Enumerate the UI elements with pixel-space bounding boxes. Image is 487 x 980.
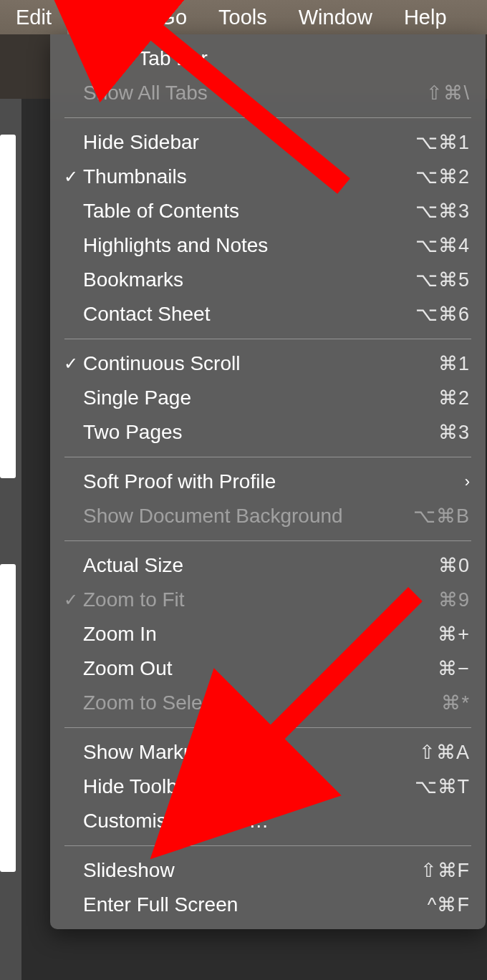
menu-item-two-pages[interactable]: Two Pages⌘3 bbox=[50, 415, 486, 450]
menu-item-shortcut: ^⌘F bbox=[428, 893, 470, 916]
menu-item-shortcut: ⌥⌘3 bbox=[415, 200, 470, 223]
menu-item-thumbnails[interactable]: ✓Thumbnails⌥⌘2 bbox=[50, 160, 486, 194]
menu-go[interactable]: Go bbox=[143, 0, 203, 34]
menu-item-label: Zoom to Fit bbox=[83, 588, 438, 611]
menu-item-shortcut: ⌥⌘4 bbox=[415, 234, 470, 257]
menubar: Edit View Go Tools Window Help bbox=[0, 0, 487, 34]
menu-item-shortcut: ⌥⌘T bbox=[415, 775, 471, 798]
menu-item-label: Table of Contents bbox=[83, 200, 415, 223]
menu-item-zoom-to-selection: Zoom to Selection⌘* bbox=[50, 686, 486, 720]
menu-item-customise-toolbar[interactable]: Customise Toolbar… bbox=[50, 804, 486, 838]
menu-item-shortcut: ⌥⌘B bbox=[413, 505, 470, 528]
menu-item-label: Zoom Out bbox=[83, 657, 438, 680]
menu-item-shortcut: ⌥⌘1 bbox=[415, 131, 470, 154]
menu-tools[interactable]: Tools bbox=[203, 0, 283, 34]
menu-item-label: Thumbnails bbox=[83, 165, 415, 188]
menu-item-label: Zoom to Selection bbox=[83, 692, 441, 714]
menu-item-label: Highlights and Notes bbox=[83, 234, 415, 257]
checkmark-icon: ✓ bbox=[59, 167, 83, 187]
thumbnail-page[interactable] bbox=[0, 135, 16, 478]
menu-separator bbox=[64, 845, 471, 846]
menu-item-shortcut: ⌘* bbox=[441, 692, 470, 714]
menu-item-soft-proof-with-profile[interactable]: Soft Proof with Profile› bbox=[50, 465, 486, 499]
menu-item-label: Show All Tabs bbox=[83, 82, 426, 105]
menu-item-bookmarks[interactable]: Bookmarks⌥⌘5 bbox=[50, 263, 486, 297]
menu-item-show-markup-toolbar[interactable]: Show Markup Toolbar⇧⌘A bbox=[50, 735, 486, 770]
menu-item-highlights-and-notes[interactable]: Highlights and Notes⌥⌘4 bbox=[50, 228, 486, 263]
menu-item-label: Customise Toolbar… bbox=[83, 810, 470, 833]
menu-separator bbox=[64, 457, 471, 457]
menu-item-label: Two Pages bbox=[83, 421, 438, 444]
menu-item-shortcut: ⌥⌘2 bbox=[415, 165, 470, 188]
view-menu-dropdown: Show Tab BarShow All Tabs⇧⌘\Hide Sidebar… bbox=[50, 34, 486, 929]
menu-item-shortcut: ⌘9 bbox=[438, 588, 470, 611]
menu-item-label: Hide Toolbar bbox=[83, 775, 415, 798]
menu-item-show-tab-bar[interactable]: Show Tab Bar bbox=[50, 42, 486, 76]
menu-item-label: Show Tab Bar bbox=[83, 47, 470, 70]
menu-item-show-document-background: Show Document Background⌥⌘B bbox=[50, 499, 486, 533]
menu-item-zoom-in[interactable]: Zoom In⌘+ bbox=[50, 617, 486, 651]
menu-item-label: Contact Sheet bbox=[83, 303, 415, 326]
menu-edit[interactable]: Edit bbox=[0, 0, 67, 34]
menu-item-hide-sidebar[interactable]: Hide Sidebar⌥⌘1 bbox=[50, 125, 486, 160]
menu-item-hide-toolbar[interactable]: Hide Toolbar⌥⌘T bbox=[50, 770, 486, 804]
menu-item-label: Soft Proof with Profile bbox=[83, 470, 465, 493]
menu-item-label: Single Page bbox=[83, 387, 438, 409]
menu-item-label: Show Document Background bbox=[83, 505, 413, 528]
checkmark-icon: ✓ bbox=[59, 590, 83, 610]
menu-item-label: Continuous Scroll bbox=[83, 352, 438, 375]
menu-item-label: Actual Size bbox=[83, 554, 438, 577]
menu-item-slideshow[interactable]: Slideshow⇧⌘F bbox=[50, 853, 486, 888]
menu-item-label: Slideshow bbox=[83, 859, 420, 882]
menu-separator bbox=[64, 540, 471, 541]
menu-item-enter-full-screen[interactable]: Enter Full Screen^⌘F bbox=[50, 888, 486, 922]
menu-item-shortcut: ⌥⌘5 bbox=[415, 268, 470, 291]
menu-item-shortcut: ⌘− bbox=[438, 657, 470, 680]
menu-item-table-of-contents[interactable]: Table of Contents⌥⌘3 bbox=[50, 194, 486, 228]
menu-item-continuous-scroll[interactable]: ✓Continuous Scroll⌘1 bbox=[50, 346, 486, 381]
menu-item-shortcut: ⌘+ bbox=[438, 623, 470, 646]
menu-item-shortcut: ⌘0 bbox=[438, 554, 470, 577]
menu-item-shortcut: ⌘3 bbox=[438, 421, 470, 444]
menu-item-zoom-to-fit: ✓Zoom to Fit⌘9 bbox=[50, 583, 486, 617]
menu-item-label: Enter Full Screen bbox=[83, 893, 428, 916]
menu-item-shortcut: ⇧⌘\ bbox=[426, 82, 470, 105]
menu-item-label: Zoom In bbox=[83, 623, 438, 646]
menu-item-actual-size[interactable]: Actual Size⌘0 bbox=[50, 548, 486, 583]
menu-item-shortcut: ⌘1 bbox=[438, 352, 470, 375]
menu-item-zoom-out[interactable]: Zoom Out⌘− bbox=[50, 651, 486, 686]
chevron-right-icon: › bbox=[465, 472, 470, 491]
menu-help[interactable]: Help bbox=[388, 0, 463, 34]
menu-item-shortcut: ⌘2 bbox=[438, 387, 470, 409]
menu-item-shortcut: ⌥⌘6 bbox=[415, 303, 470, 326]
thumbnail-page[interactable] bbox=[0, 564, 16, 872]
sidebar-thumbnails bbox=[0, 99, 21, 980]
menu-item-shortcut: ⇧⌘A bbox=[419, 741, 470, 764]
menu-separator bbox=[64, 117, 471, 118]
checkmark-icon: ✓ bbox=[59, 354, 83, 374]
menu-window[interactable]: Window bbox=[283, 0, 388, 34]
menu-item-show-all-tabs: Show All Tabs⇧⌘\ bbox=[50, 76, 486, 110]
menu-item-label: Bookmarks bbox=[83, 268, 415, 291]
menu-item-label: Hide Sidebar bbox=[83, 131, 415, 154]
menu-item-label: Show Markup Toolbar bbox=[83, 741, 419, 764]
menu-item-single-page[interactable]: Single Page⌘2 bbox=[50, 381, 486, 415]
menu-view[interactable]: View bbox=[67, 0, 143, 34]
menu-separator bbox=[64, 727, 471, 728]
menu-item-shortcut: ⇧⌘F bbox=[420, 859, 471, 882]
menu-separator bbox=[64, 339, 471, 339]
menu-item-contact-sheet[interactable]: Contact Sheet⌥⌘6 bbox=[50, 297, 486, 331]
